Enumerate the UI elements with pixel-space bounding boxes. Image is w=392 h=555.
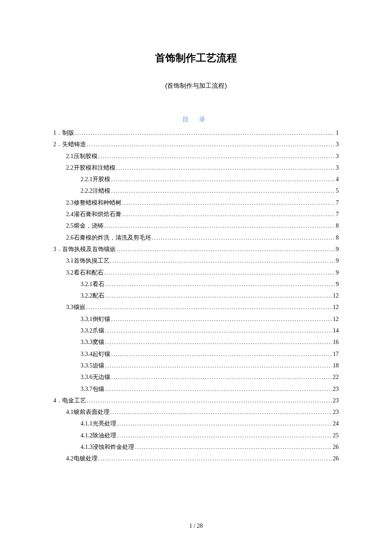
toc-entry-page: 24 <box>332 418 339 429</box>
toc-entry-text: 包镶 <box>92 383 104 395</box>
toc-entry-number: 3.3.1 <box>81 313 92 325</box>
toc-entry: 3.3.3 窝镶16 <box>53 336 339 348</box>
toc-entry-number: 3.3 <box>66 301 74 313</box>
toc-entry: 2.4 灌石膏和烘焙石膏7 <box>53 208 339 220</box>
toc-entry-number: 4.1.2 <box>81 430 92 441</box>
toc-entry-page: 4 <box>335 173 339 185</box>
toc-entry-text: 光亮处理 <box>92 418 116 429</box>
toc-entry-text: 注蜡模 <box>92 185 110 197</box>
toc-entry-number: 2.1 <box>66 150 74 162</box>
toc-entry: 4.1.1 光亮处理24 <box>53 418 339 429</box>
toc-entry-number: 4． <box>53 395 62 406</box>
toc-entry-text: 浸蚀和炸金处理 <box>92 441 134 453</box>
toc-leader-dots <box>104 267 335 278</box>
toc-entry-page: 12 <box>332 301 339 313</box>
toc-entry: 4.1 镀前表面处理23 <box>53 406 339 418</box>
toc-leader-dots <box>86 302 332 312</box>
toc-entry-number: 3.2 <box>66 267 74 278</box>
toc-entry-number: 3.3.2 <box>81 325 92 336</box>
toc-entry-text: 灌石膏和烘焙石膏 <box>74 208 121 220</box>
toc-entry-text: 石膏模的炸洗，清洗及剪毛坯 <box>74 232 151 243</box>
toc-leader-dots <box>75 127 335 138</box>
toc-entry-text: 看石 <box>92 278 104 290</box>
toc-entry: 2.2.1 开胶模4 <box>53 173 339 185</box>
toc-entry: 4.1.2 除油处理25 <box>53 430 339 441</box>
toc-entry-text: 熔金，浇铸 <box>74 220 104 231</box>
toc-entry-number: 4.1 <box>66 406 74 418</box>
toc-entry-text: 镶嵌 <box>74 301 86 313</box>
toc-entry: 2.2 开胶模和注蜡模3 <box>53 162 339 173</box>
toc-leader-dots <box>98 151 335 162</box>
toc-entry-page: 7 <box>335 197 339 208</box>
toc-entry-page: 23 <box>332 395 339 406</box>
toc-entry: 3.1 首饰执摸工艺9 <box>53 255 339 266</box>
toc-leader-dots <box>117 430 332 441</box>
toc-entry: 2.3 修整蜡模和种蜡树7 <box>53 197 339 208</box>
toc-entry: 2.6 石膏模的炸洗，清洗及剪毛坯8 <box>53 232 339 243</box>
toc-entry-page: 25 <box>332 430 339 441</box>
toc-entry-number: 2.2 <box>66 162 74 173</box>
toc-entry: 3．首饰执模及首饰镶嵌9 <box>53 243 339 255</box>
toc-entry-text: 看石和配石 <box>74 267 104 278</box>
toc-leader-dots <box>105 290 332 301</box>
toc-entry-text: 起钉镶 <box>92 348 110 360</box>
toc-heading: 目 录 <box>53 116 339 124</box>
toc-entry-number: 3.3.5 <box>81 360 92 371</box>
toc-entry: 3.2.1 看石9 <box>53 278 339 290</box>
toc-entry-page: 3 <box>335 150 339 162</box>
toc-leader-dots <box>111 349 332 359</box>
toc-entry-page: 14 <box>332 325 339 336</box>
toc-entry-number: 2.2.2 <box>81 185 92 197</box>
toc-entry: 3.3.4 起钉镶17 <box>53 348 339 360</box>
toc-entry-number: 2.6 <box>66 232 74 243</box>
toc-leader-dots <box>152 232 335 243</box>
toc-entry-text: 修整蜡模和种蜡树 <box>74 197 121 208</box>
toc-entry-text: 爪镶 <box>92 325 104 336</box>
page-title: 首饰制作工艺流程 <box>53 51 339 65</box>
toc-entry-page: 26 <box>332 453 339 464</box>
toc-entry-page: 9 <box>335 267 339 278</box>
toc-entry: 3.3.2 爪镶14 <box>53 325 339 336</box>
toc-entry-number: 2.3 <box>66 197 74 208</box>
toc-entry-text: 迫镶 <box>92 360 104 371</box>
toc-entry-number: 3.3.7 <box>81 383 92 395</box>
toc-leader-dots <box>117 418 332 429</box>
toc-entry-number: 2.4 <box>66 208 74 220</box>
toc-entry-number: 3． <box>53 243 62 255</box>
toc-entry: 3.2.2 配石12 <box>53 290 339 301</box>
toc-entry-number: 4.1.3 <box>81 441 92 453</box>
toc-entry-page: 1 <box>335 127 339 139</box>
toc-entry-number: 3.3.3 <box>81 336 92 348</box>
toc-entry-number: 3.2.2 <box>81 290 92 301</box>
toc-entry-number: 3.2.1 <box>81 278 92 290</box>
toc-entry-page: 7 <box>335 208 339 220</box>
toc-entry: 3.3 镶嵌12 <box>53 301 339 313</box>
toc-entry: 2.5 熔金，浇铸8 <box>53 220 339 231</box>
toc-entry: 2．失蜡铸造3 <box>53 139 339 150</box>
toc-entry-number: 2.5 <box>66 220 74 231</box>
toc-entry: 2.2.2 注蜡模5 <box>53 185 339 197</box>
toc-entry-text: 开胶模和注蜡模 <box>74 162 115 173</box>
toc-entry-page: 3 <box>335 162 339 173</box>
toc-entry: 2.1 压制胶模3 <box>53 150 339 162</box>
toc-entry-number: 3.1 <box>66 255 74 266</box>
toc-entry: 3.3.1 倒钉镶12 <box>53 313 339 325</box>
toc-entry-text: 压制胶模 <box>74 150 98 162</box>
toc-entry-number: 1． <box>53 127 62 139</box>
toc-leader-dots <box>117 244 335 254</box>
toc-leader-dots <box>111 372 332 382</box>
toc-leader-dots <box>105 279 335 289</box>
toc-leader-dots <box>105 360 332 371</box>
toc-leader-dots <box>122 209 335 220</box>
toc-entry-page: 8 <box>335 220 339 231</box>
toc-leader-dots <box>116 162 335 173</box>
toc-entry-text: 电金工艺 <box>62 395 86 406</box>
toc-leader-dots <box>105 384 332 394</box>
toc-entry-text: 制版 <box>62 127 74 139</box>
toc-leader-dots <box>110 407 332 417</box>
toc-entry-page: 5 <box>335 185 339 197</box>
toc-entry-text: 电镀处理 <box>74 453 98 464</box>
toc-entry-page: 3 <box>335 139 339 150</box>
toc-leader-dots <box>122 197 335 208</box>
toc-entry-number: 3.3.4 <box>81 348 92 360</box>
